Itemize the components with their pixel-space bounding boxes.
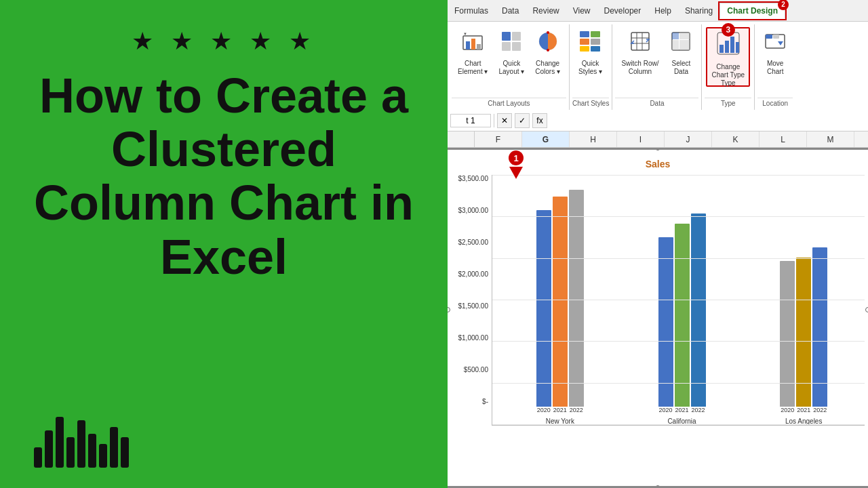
y-label-1500: $1,500.00 <box>458 302 489 310</box>
la-bars <box>780 247 827 407</box>
la-2021-bar <box>796 258 811 407</box>
left-panel: ★ ★ ★ ★ ★ How to Create a Clustered Colu… <box>0 0 448 488</box>
col-header-j[interactable]: J <box>665 131 712 147</box>
col-header-m[interactable]: M <box>807 131 854 147</box>
svg-rect-3 <box>477 44 481 49</box>
ny-2022-bar <box>569 190 584 407</box>
y-axis-labels: $3,500.00 $3,000.00 $2,500.00 $2,000.00 … <box>451 175 492 405</box>
la-2021-label: 2021 <box>796 407 811 413</box>
change-colors-button[interactable]: ChangeColors ▾ <box>530 27 565 87</box>
insert-function-button[interactable]: fx <box>532 113 547 128</box>
select-data-label: SelectData <box>672 60 691 76</box>
ny-year-labels: 2020 2021 2022 <box>536 407 584 413</box>
tab-view[interactable]: View <box>566 3 597 18</box>
audio-bar-1 <box>34 447 42 468</box>
svg-rect-6 <box>512 32 521 41</box>
col-header-k[interactable]: K <box>712 131 760 147</box>
audio-bar-4 <box>66 437 75 468</box>
y-label-2000: $2,000.00 <box>458 270 489 278</box>
col-header-h[interactable]: H <box>570 131 617 147</box>
switch-row-col-label: Switch Row/Column <box>621 60 658 76</box>
ca-bars <box>658 214 706 407</box>
col-header-f[interactable]: F <box>475 131 522 147</box>
grid-line-1 <box>492 175 865 176</box>
bar-group-california: 2020 2021 2022 California <box>628 214 736 425</box>
cell-reference[interactable]: t 1 <box>450 114 491 127</box>
tab-formulas[interactable]: Formulas <box>448 3 495 18</box>
ribbon-group-type: ChangeChart TypeType 3 Type <box>702 24 755 110</box>
select-data-icon <box>670 30 692 57</box>
svg-rect-7 <box>502 42 511 51</box>
bar-group-los-angeles: 2020 2021 2022 Los Angeles <box>749 247 858 425</box>
tab-review[interactable]: Review <box>526 3 566 18</box>
svg-rect-32 <box>736 42 739 53</box>
ribbon-group-chart-layouts: ▼ ChartElement ▾ QuickLayout ▾ ChangeCol… <box>449 24 570 110</box>
switch-row-col-button[interactable]: Switch Row/Column <box>616 27 663 87</box>
ribbon-body: ▼ ChartElement ▾ QuickLayout ▾ ChangeCol… <box>448 22 868 110</box>
ca-2022-label: 2022 <box>691 407 706 413</box>
change-chart-type-button[interactable]: ChangeChart TypeType 3 <box>706 27 750 87</box>
y-label-2500: $2,500.00 <box>458 239 489 246</box>
y-label-3500: $3,500.00 <box>458 175 489 182</box>
svg-rect-8 <box>512 42 521 51</box>
ny-2020-label: 2020 <box>536 407 551 413</box>
svg-rect-30 <box>725 41 729 53</box>
tab-sharing[interactable]: Sharing <box>678 3 719 18</box>
quick-styles-icon <box>579 30 601 57</box>
cancel-formula-button[interactable]: ✕ <box>497 113 512 128</box>
quick-layout-label: QuickLayout ▾ <box>498 60 524 76</box>
ny-2021-label: 2021 <box>553 407 568 413</box>
la-year-labels: 2020 2021 2022 <box>780 407 827 413</box>
ca-group-label: California <box>667 418 696 425</box>
svg-rect-12 <box>580 31 589 37</box>
chart-element-label: ChartElement ▾ <box>458 60 488 76</box>
location-group-label: Location <box>757 98 793 110</box>
column-headers: F G H I J K L M <box>448 131 868 148</box>
svg-rect-34 <box>766 35 772 39</box>
col-header-g[interactable]: G <box>522 131 570 147</box>
quick-layout-button[interactable]: QuickLayout ▾ <box>494 27 529 87</box>
svg-point-11 <box>547 49 549 52</box>
type-group-label: Type <box>705 98 751 110</box>
audio-bar-9 <box>121 437 129 468</box>
ribbon-group-chart-styles: QuickStyles ▾ Chart Styles <box>570 24 612 110</box>
ribbon-group-location: MoveChart Location <box>755 24 795 110</box>
formula-divider <box>494 114 494 127</box>
ribbon-tabs-row: Formulas Data Review View Developer Help… <box>448 0 868 22</box>
tab-chart-design[interactable]: Chart Design 2 <box>719 3 785 19</box>
chart-element-button[interactable]: ▼ ChartElement ▾ <box>453 27 492 87</box>
svg-text:▼: ▼ <box>463 32 467 36</box>
audio-bar-5 <box>77 420 85 468</box>
col-header-l[interactable]: L <box>760 131 807 147</box>
move-chart-label: MoveChart <box>767 60 783 76</box>
bar-group-new-york: 2020 2021 2022 New York <box>506 190 614 425</box>
audio-bar-7 <box>99 444 107 468</box>
main-title: How to Create a Clustered Column Chart i… <box>20 69 427 284</box>
svg-rect-24 <box>672 33 679 39</box>
quick-layout-icon <box>500 30 522 57</box>
svg-rect-15 <box>591 39 600 45</box>
star-rating: ★ ★ ★ ★ ★ <box>132 27 316 56</box>
select-data-button[interactable]: SelectData <box>665 27 697 87</box>
chart-selection-top <box>448 148 868 150</box>
la-2020-label: 2020 <box>780 407 795 413</box>
chart-styles-buttons: QuickStyles ▾ <box>572 24 609 96</box>
ny-group-label: New York <box>546 418 574 425</box>
switch-row-col-icon <box>629 30 651 57</box>
svg-rect-1 <box>466 41 470 49</box>
svg-rect-17 <box>591 46 600 52</box>
tab-developer[interactable]: Developer <box>597 3 648 18</box>
col-header-i[interactable]: I <box>617 131 665 147</box>
ny-2020-bar <box>536 210 551 407</box>
la-group-label: Los Angeles <box>785 418 823 425</box>
ny-bars <box>536 190 584 407</box>
confirm-formula-button[interactable]: ✓ <box>515 113 530 128</box>
quick-styles-button[interactable]: QuickStyles ▾ <box>574 27 607 87</box>
chart-styles-label: Chart Styles <box>572 98 609 110</box>
svg-rect-14 <box>580 39 589 45</box>
move-chart-button[interactable]: MoveChart <box>759 27 791 87</box>
chart-container: Sales $3,500.00 $3,000.00 $2,500.00 $2,0… <box>448 152 868 488</box>
step1-annotation: 1 <box>509 150 524 179</box>
tab-data[interactable]: Data <box>495 3 526 18</box>
tab-help[interactable]: Help <box>648 3 678 18</box>
